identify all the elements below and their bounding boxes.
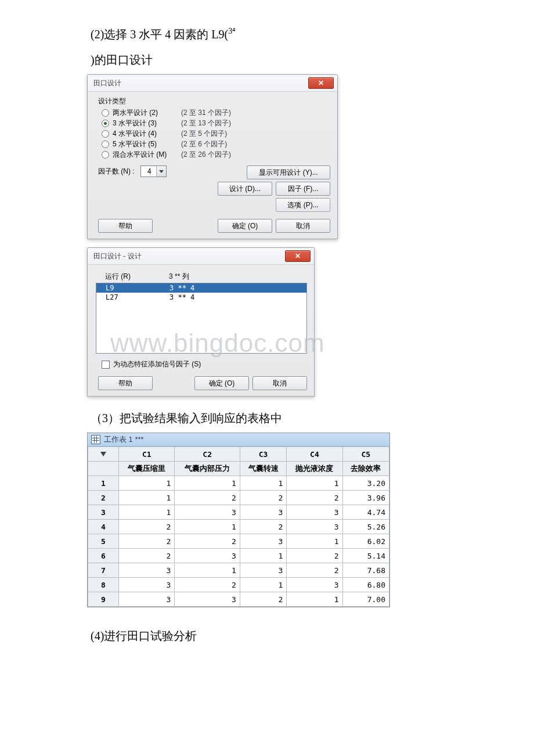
cell[interactable]: 2 [240,592,286,607]
cell[interactable]: 3 [119,592,175,607]
list-item[interactable]: L27 3 ** 4 [96,293,306,302]
row-header[interactable]: 9 [88,592,119,607]
ok-button[interactable]: 确定 (O) [218,219,272,233]
cell[interactable]: 1 [240,476,286,491]
radio-mixed[interactable]: 混合水平设计 (M) (2 至 26 个因子) [96,149,330,160]
table-row[interactable]: 933217.00 [88,592,389,607]
cell[interactable]: 3 [240,505,286,520]
cell[interactable]: 3.96 [342,491,389,505]
worksheet-title: 工作表 1 *** [104,434,144,445]
design-list[interactable]: L9 3 ** 4 L27 3 ** 4 [96,283,307,354]
factor-count-combo[interactable]: 4 [140,165,167,177]
radio-icon [102,130,109,138]
table-row[interactable]: 212223.96 [88,491,389,505]
table-row[interactable]: 421235.26 [88,520,389,534]
row-header[interactable]: 1 [88,476,119,491]
row-header[interactable]: 2 [88,491,119,505]
ok-button[interactable]: 确定 (O) [194,376,249,390]
radio-4level[interactable]: 4 水平设计 (4) (2 至 5 个因子) [96,128,330,139]
cell[interactable]: 2 [175,491,240,505]
table-row[interactable]: 731327.68 [88,563,389,578]
cancel-button[interactable]: 取消 [252,376,307,390]
design-button[interactable]: 设计 (D)... [218,182,272,196]
cell[interactable]: 2 [240,491,286,505]
signal-factor-checkbox[interactable]: 为动态特征添加信号因子 (S) [102,359,307,369]
row-header[interactable]: 7 [88,563,119,578]
cell[interactable]: 1 [119,505,175,520]
cell[interactable]: 2 [175,578,240,592]
table-row[interactable]: 111113.20 [88,476,389,491]
table-row[interactable]: 832136.80 [88,578,389,592]
cell[interactable]: 1 [175,476,240,491]
col-header[interactable]: C2 [175,447,240,462]
cell[interactable]: 3 [240,534,286,549]
cell[interactable]: 3 [175,505,240,520]
close-button[interactable]: ✕ [308,77,334,89]
col-header[interactable]: C4 [287,447,342,462]
col-name[interactable]: 抛光液浓度 [287,462,342,476]
help-button[interactable]: 帮助 [98,219,153,233]
radio-3level[interactable]: 3 水平设计 (3) (2 至 13 个因子) [96,118,330,128]
cell[interactable]: 7.00 [342,592,389,607]
col-name[interactable]: 气囊内部压力 [175,462,240,476]
cell[interactable]: 3 [287,505,342,520]
cell[interactable]: 3 [287,520,342,534]
row-header[interactable]: 6 [88,549,119,563]
cell[interactable]: 1 [240,549,286,563]
cell[interactable]: 1 [119,476,175,491]
col-name[interactable]: 气囊压缩里 [119,462,175,476]
cell[interactable]: 3 [175,549,240,563]
data-table[interactable]: C1 C2 C3 C4 C5 气囊压缩里 气囊内部压力 气囊转速 抛光液浓度 去… [88,447,389,607]
cell[interactable]: 2 [287,491,342,505]
row-header[interactable]: 8 [88,578,119,592]
table-corner[interactable] [88,447,119,462]
cell[interactable]: 2 [119,549,175,563]
cell[interactable]: 1 [240,578,286,592]
cell[interactable]: 1 [287,592,342,607]
row-header[interactable]: 5 [88,534,119,549]
col-header[interactable]: C3 [240,447,286,462]
cell[interactable]: 6.02 [342,534,389,549]
row-header[interactable]: 3 [88,505,119,520]
cell[interactable]: 5.14 [342,549,389,563]
cell[interactable]: 7.68 [342,563,389,578]
table-row[interactable]: 522316.02 [88,534,389,549]
cell[interactable]: 5.26 [342,520,389,534]
cell[interactable]: 2 [175,534,240,549]
cell[interactable]: 1 [287,534,342,549]
radio-2level[interactable]: 两水平设计 (2) (2 至 31 个因子) [96,107,330,118]
row-header[interactable]: 4 [88,520,119,534]
cell[interactable]: 1 [175,563,240,578]
cell[interactable]: 2 [119,534,175,549]
cell[interactable]: 2 [287,549,342,563]
options-button[interactable]: 选项 (P)... [276,198,330,212]
cell[interactable]: 1 [175,520,240,534]
cell[interactable]: 2 [240,520,286,534]
cell[interactable]: 3 [240,563,286,578]
col-name[interactable]: 气囊转速 [240,462,286,476]
cell[interactable]: 1 [287,476,342,491]
cell[interactable]: 2 [287,563,342,578]
cell[interactable]: 3 [119,578,175,592]
factors-button[interactable]: 因子 (F)... [276,182,330,196]
list-item[interactable]: L9 3 ** 4 [96,283,306,293]
cell[interactable]: 3 [175,592,240,607]
cell[interactable]: 2 [119,520,175,534]
col-name[interactable]: 去除效率 [342,462,389,476]
cell[interactable]: 3 [119,563,175,578]
cell[interactable]: 3 [287,578,342,592]
cell[interactable]: 1 [119,491,175,505]
close-button[interactable]: ✕ [285,250,311,262]
radio-icon [102,151,109,159]
col-header[interactable]: C1 [119,447,175,462]
show-designs-button[interactable]: 显示可用设计 (Y)... [247,165,330,179]
help-button[interactable]: 帮助 [98,376,153,390]
col-header[interactable]: C5 [342,447,389,462]
cell[interactable]: 6.80 [342,578,389,592]
radio-5level[interactable]: 5 水平设计 (5) (2 至 6 个因子) [96,139,330,149]
table-row[interactable]: 313334.74 [88,505,389,520]
cell[interactable]: 4.74 [342,505,389,520]
cell[interactable]: 3.20 [342,476,389,491]
cancel-button[interactable]: 取消 [276,219,330,233]
table-row[interactable]: 623125.14 [88,549,389,563]
